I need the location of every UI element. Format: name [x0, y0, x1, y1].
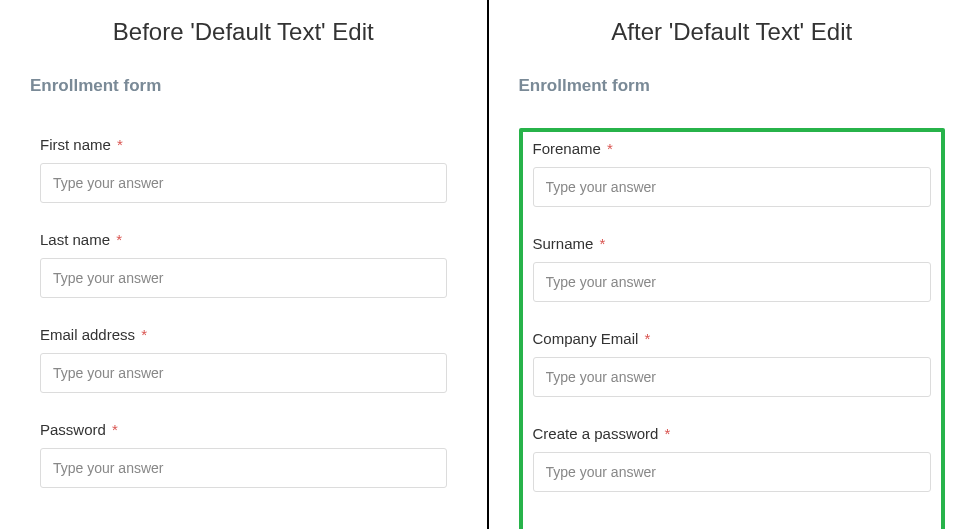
before-field-firstname: First name *: [40, 136, 447, 203]
after-panel: After 'Default Text' Edit Enrollment for…: [489, 0, 976, 529]
after-form: Forename * Surname * Company Email * Cre…: [519, 128, 946, 529]
after-field-password-label: Create a password *: [533, 425, 932, 442]
after-form-title: Enrollment form: [519, 76, 946, 96]
before-field-email-input[interactable]: [40, 353, 447, 393]
after-field-surname: Surname *: [533, 235, 932, 302]
after-field-email-input[interactable]: [533, 357, 932, 397]
required-mark-icon: *: [607, 140, 613, 157]
after-field-forename: Forename *: [533, 140, 932, 207]
required-mark-icon: *: [117, 136, 123, 153]
before-field-email-label: Email address *: [40, 326, 447, 343]
required-mark-icon: *: [112, 421, 118, 438]
after-field-surname-input[interactable]: [533, 262, 932, 302]
after-field-password: Create a password *: [533, 425, 932, 492]
before-field-password-input[interactable]: [40, 448, 447, 488]
before-form: First name * Last name * Email address *…: [30, 128, 457, 526]
before-field-email: Email address *: [40, 326, 447, 393]
before-panel: Before 'Default Text' Edit Enrollment fo…: [0, 0, 487, 529]
before-form-title: Enrollment form: [30, 76, 457, 96]
before-field-firstname-input[interactable]: [40, 163, 447, 203]
before-field-password: Password *: [40, 421, 447, 488]
required-mark-icon: *: [645, 330, 651, 347]
required-mark-icon: *: [665, 425, 671, 442]
before-field-password-label: Password *: [40, 421, 447, 438]
before-field-lastname: Last name *: [40, 231, 447, 298]
before-heading: Before 'Default Text' Edit: [30, 18, 457, 46]
after-field-surname-label: Surname *: [533, 235, 932, 252]
before-field-firstname-label: First name *: [40, 136, 447, 153]
required-mark-icon: *: [141, 326, 147, 343]
before-field-lastname-input[interactable]: [40, 258, 447, 298]
required-mark-icon: *: [600, 235, 606, 252]
after-field-email: Company Email *: [533, 330, 932, 397]
after-field-forename-label: Forename *: [533, 140, 932, 157]
after-field-forename-input[interactable]: [533, 167, 932, 207]
after-heading: After 'Default Text' Edit: [519, 18, 946, 46]
before-field-lastname-label: Last name *: [40, 231, 447, 248]
required-mark-icon: *: [116, 231, 122, 248]
after-field-email-label: Company Email *: [533, 330, 932, 347]
after-field-password-input[interactable]: [533, 452, 932, 492]
